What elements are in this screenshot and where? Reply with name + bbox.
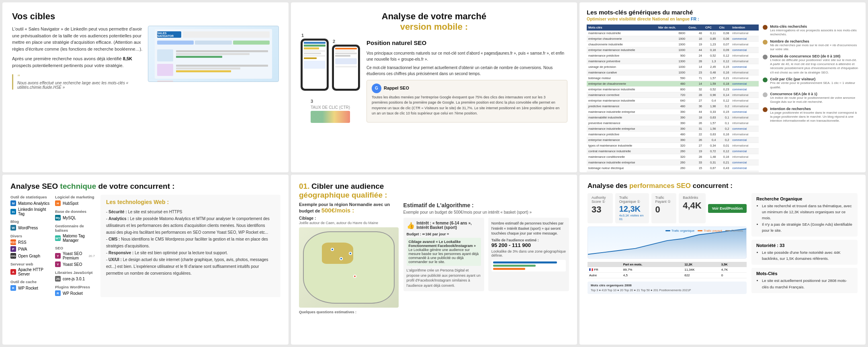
panel6-title-text: Analyse des: [588, 182, 629, 190]
mysql-icon: My: [55, 215, 61, 220]
ro-item-2: Il n'y a pas de stratégie SEA (Google Ad…: [762, 221, 853, 233]
notoriete-list: Le site possède d'une forte notoriété av…: [756, 249, 853, 261]
panel-mots-cles: Les mots-clés génériques du marché Optim…: [579, 2, 866, 172]
panel4-title-highlight: technique: [60, 182, 96, 190]
yoast-icon: Y: [55, 261, 61, 267]
int-cell: commercial: [731, 47, 759, 53]
recherche-organique-list: Le site recherché et trouvé dans sa thém…: [756, 203, 853, 233]
section-cache-header: Outil de cache: [10, 280, 50, 284]
kw-cell: bobinage moteur: [587, 76, 657, 81]
kw-cell: entreprise de chaudronnerie: [587, 81, 657, 87]
ui-cell: [233, 41, 270, 45]
legend-label: Concurrence SEA (de 0 à 1): [770, 92, 858, 96]
mots-cles-title: Mots-Clés: [756, 271, 853, 276]
legend-item: Nombre de recherches Nb de recherches pa…: [763, 39, 858, 52]
kw-cell: predictive maintenance: [587, 104, 657, 109]
mini-cell-other-v1: 622: [683, 273, 720, 278]
cpc-cell: 0,11: [704, 31, 718, 36]
conc-cell: 36: [687, 104, 704, 109]
tech-linkedin-label: Linkedin Insight Tag: [18, 207, 50, 216]
phone-screen-1: [303, 41, 327, 89]
panel3-subtitle: Optimiser votre visibilité directe Natio…: [587, 16, 858, 21]
metrics-row: Authority Score ① 33 Trafic Organique ① …: [588, 193, 747, 223]
table-row: entreprise chaudronnerie 1900 16 0,85 0,…: [587, 36, 759, 42]
section-tag: Gestionnaire de balises MT Matomo Tag Ma…: [55, 224, 95, 243]
rech-cell: 6800: [657, 31, 687, 36]
kw-cell: maintenance corrective: [587, 92, 657, 98]
panel4-content: Outil de statistiques M Matomo Analytics…: [10, 195, 280, 297]
int-cell: informational: [731, 98, 759, 104]
legend-desc: Les interrogations et vos prospects asso…: [770, 29, 858, 37]
rss-icon: RSS: [10, 239, 16, 245]
trafic-paid-val: 0: [655, 204, 673, 215]
taille-val: 95 200 - 111 900: [491, 242, 531, 248]
tech-wpr-cache: R WP Rocket: [10, 285, 50, 291]
kw-cell: maintenance prédictive: [587, 53, 657, 59]
legend-item: Densité de concurrence SEO (de 0 à 100) …: [763, 54, 858, 75]
panel4-title-text: Analyse SEO: [10, 182, 58, 190]
rappel-seo-box: G Rappel SEO Toutes les études menées pa…: [366, 80, 567, 122]
int-cell: informational: [731, 171, 759, 173]
legend-desc: Nb de recherches par mois sur le mot-clé…: [770, 43, 858, 52]
rech-cell: 1900: [657, 42, 687, 47]
tech-apache-label: Apache HTTP Server: [18, 267, 50, 276]
mini-cell-other-v2: 0: [720, 273, 747, 278]
clic-cell: 0,3: [718, 171, 731, 173]
conc-cell: 27: [687, 98, 704, 104]
rech-cell: 390: [657, 120, 687, 126]
panel2-desc1: Vos principaux concurrents naturels sur …: [366, 50, 567, 62]
section-stats: Outil de statistiques M Matomo Analytics…: [10, 195, 50, 216]
tech-og-label: Open Graph: [18, 254, 40, 258]
table-row: usinage de précision 1000 14 2,45 0,15 c…: [587, 64, 759, 70]
rech-cell: 800: [657, 87, 687, 92]
tech-corejs: JS core-js 3.0.1: [55, 276, 95, 282]
col-header-kw: Mots-clés: [587, 24, 657, 31]
panel-audience-geo: 01. Cibler une audience géographique qua…: [291, 175, 577, 345]
mini-cell-fr: 🇫🇷 FR: [588, 267, 622, 273]
ciblage-avance-box: Ciblage avancé « Le Lookalike Fonctionne…: [407, 238, 481, 266]
kw-cell: enterprise maintenance: [587, 137, 657, 143]
section-divers-header: Divers: [10, 234, 50, 238]
cpc-cell: 0,16: [704, 47, 718, 53]
table-row: preventive maintenance 390 26 1,57 0,1 i…: [587, 120, 759, 126]
apache-icon: A: [10, 269, 16, 275]
evol-position-button[interactable]: Voir Evol/Position: [708, 204, 747, 213]
section-cache: Outil de cache R WP Rocket: [10, 280, 50, 291]
int-cell: commercial: [731, 81, 759, 87]
legend-desc: L'indice de difficulté pour positionner …: [770, 58, 858, 75]
clic-cell: 0,15: [718, 64, 731, 70]
clic-cell: 0,16: [718, 132, 731, 137]
col-header-rech: Nbr de rech.: [657, 24, 687, 31]
estimatif-boxes: 👍 Intérêt : « femme (6-14 ans », Intérêt…: [403, 218, 569, 291]
panel2-content: 1 2: [301, 39, 567, 123]
top-kw-sub: Top 3 ● 419 Top 10 ● 20 Top 20 ● 21 Top …: [591, 288, 743, 292]
legend-paid: Trafic payant: [698, 229, 722, 233]
uxui-label: UX/UI :: [108, 257, 122, 262]
kw-cell: types of maintenance industrielle: [587, 143, 657, 149]
cpc-cell: 1,23: [704, 42, 718, 47]
tech-linkedin: in Linkedin Insight Tag: [10, 207, 50, 216]
legend-text: Intention de recherches La page position…: [770, 107, 858, 123]
section-wp-plugins-header: Plugins WordPress: [55, 285, 95, 289]
web-tech-cms: - CMS : Nous identifions le CMS Wordpres…: [106, 236, 275, 249]
responsive-label: Responsive :: [108, 251, 133, 255]
notoriete-title: Notoriété : 33: [756, 243, 853, 248]
estimatif-sub: Exemple pour un budget de 500€/mois pour…: [403, 210, 569, 214]
legend-organic: Trafic organique: [665, 229, 695, 233]
int-cell: informational: [731, 115, 759, 120]
tech-og: OG Open Graph: [10, 253, 50, 259]
table-row: maintenance corrective 720 28 0,96 0,14 …: [587, 92, 759, 98]
ciblage-desc: Joëlle autour de Caen, autour du Havre d…: [299, 221, 378, 225]
clic-cell: 0,23: [718, 87, 731, 92]
int-cell: informational: [731, 132, 759, 137]
rech-cell: 1000: [657, 47, 687, 53]
table-row: bobinage nuleur électrique 260 15 0,67 0…: [587, 165, 759, 171]
clic-cell: 0.2: [718, 104, 731, 109]
cpc-cell: 1,96: [704, 104, 718, 109]
panel5-subtitle: Exemple pour la région Normandie avec un…: [299, 202, 399, 214]
legend-item: Coût par Clic (par visiteur) Prix de ven…: [763, 77, 858, 90]
trafic-paid-label: Trafic Payant ①: [655, 196, 673, 204]
cpc-cell: 0,33: [704, 109, 718, 115]
kw-cell: contrat maintenance industrielle: [587, 149, 657, 154]
rech-cell: 1300: [657, 59, 687, 64]
